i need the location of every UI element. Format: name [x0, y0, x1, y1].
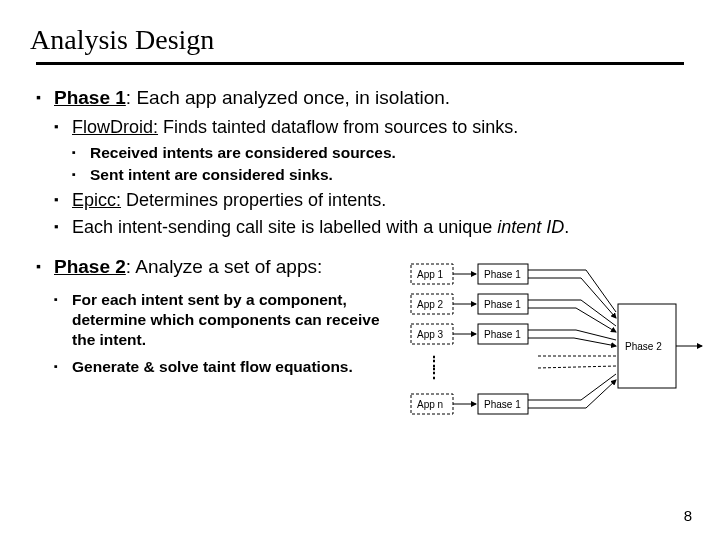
slide: Analysis Design Phase 1: Each app analyz…	[0, 0, 720, 540]
epicc-item: Epicc: Determines properties of intents.	[54, 190, 684, 211]
p1-lbl-3: Phase 1	[484, 329, 521, 340]
app1-label: App 1	[417, 269, 444, 280]
slide-title: Analysis Design	[30, 24, 684, 56]
phase2-p1: For each intent sent by a component, det…	[54, 290, 394, 350]
title-rule	[36, 62, 684, 65]
app3-label: App 3	[417, 329, 444, 340]
flowdroid-item: FlowDroid: Finds tainted dataflow from s…	[54, 117, 684, 184]
flowdroid-label: FlowDroid:	[72, 117, 158, 137]
intentid-post: .	[564, 217, 569, 237]
phase2-item: Phase 2: Analyze a set of apps: For each…	[36, 256, 684, 451]
phase1-item: Phase 1: Each app analyzed once, in isol…	[36, 87, 684, 238]
epicc-label: Epicc:	[72, 190, 121, 210]
diagram-svg: App 1 App 2 App 3 ⋮ ⋮ App n	[406, 256, 706, 446]
pipeline-diagram: App 1 App 2 App 3 ⋮ ⋮ App n	[406, 256, 706, 451]
content-list: Phase 1: Each app analyzed once, in isol…	[36, 87, 684, 451]
p1-pre: For each intent	[72, 291, 187, 308]
p1-b1: sent	[187, 291, 219, 308]
p1-post: the intent.	[72, 331, 146, 348]
fd-sub1: Received intents are considered sources.	[72, 144, 684, 162]
phase2-text: Phase 2: Analyze a set of apps: For each…	[54, 256, 394, 380]
p1-lbl-1: Phase 1	[484, 269, 521, 280]
page-number: 8	[684, 507, 692, 524]
epicc-rest: Determines properties of intents.	[121, 190, 386, 210]
flowdroid-sublist: Received intents are considered sources.…	[72, 144, 684, 184]
appn-label: App n	[417, 399, 443, 410]
p2-lbl: Phase 2	[625, 341, 662, 352]
phase2-block: Phase 2: Analyze a set of apps: For each…	[54, 256, 684, 451]
app2-label: App 2	[417, 299, 444, 310]
p1-lbl-n: Phase 1	[484, 399, 521, 410]
phase2-head-bold: Phase 2	[54, 256, 126, 277]
intentid-em: intent ID	[497, 217, 564, 237]
phase2-head-rest: : Analyze a set of apps:	[126, 256, 322, 277]
p1-b2: receive	[326, 311, 379, 328]
app-ellipsis2: ⋮	[427, 365, 441, 381]
intentid-pre: Each intent-sending call site is labelle…	[72, 217, 497, 237]
phase2-sublist: For each intent sent by a component, det…	[54, 290, 394, 376]
fd-sub2: Sent intent are considered sinks.	[72, 166, 684, 184]
intentid-item: Each intent-sending call site is labelle…	[54, 217, 684, 238]
phase1-sublist: FlowDroid: Finds tainted dataflow from s…	[54, 117, 684, 238]
p1-lbl-2: Phase 1	[484, 299, 521, 310]
phase2-p2: Generate & solve taint flow equations.	[54, 358, 394, 376]
phase1-head-bold: Phase 1	[54, 87, 126, 108]
flowdroid-rest: Finds tainted dataflow from sources to s…	[158, 117, 518, 137]
phase1-head-rest: : Each app analyzed once, in isolation.	[126, 87, 450, 108]
